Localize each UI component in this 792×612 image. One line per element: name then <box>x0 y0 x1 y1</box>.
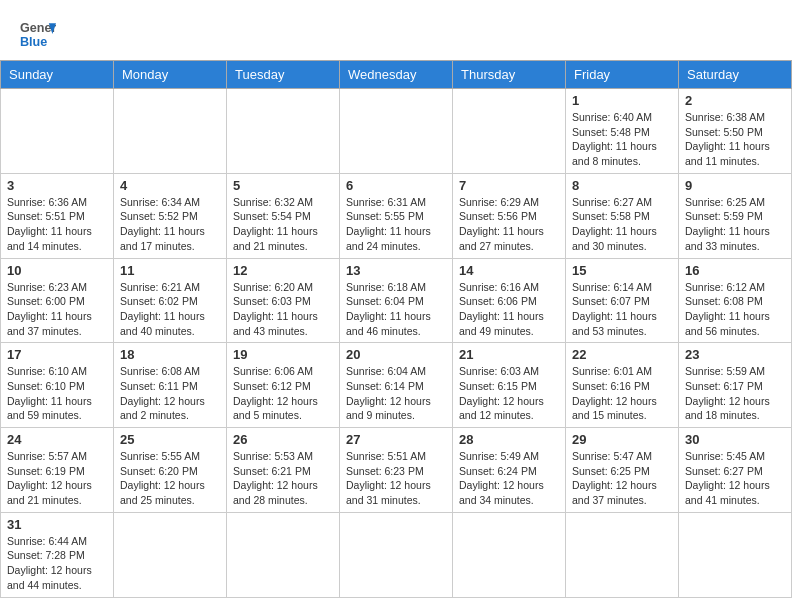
calendar-cell: 15Sunrise: 6:14 AM Sunset: 6:07 PM Dayli… <box>566 258 679 343</box>
calendar-cell: 4Sunrise: 6:34 AM Sunset: 5:52 PM Daylig… <box>114 173 227 258</box>
weekday-header-monday: Monday <box>114 61 227 89</box>
logo: General Blue <box>20 16 56 52</box>
calendar-cell: 9Sunrise: 6:25 AM Sunset: 5:59 PM Daylig… <box>679 173 792 258</box>
weekday-header-thursday: Thursday <box>453 61 566 89</box>
calendar-cell: 7Sunrise: 6:29 AM Sunset: 5:56 PM Daylig… <box>453 173 566 258</box>
day-info: Sunrise: 6:03 AM Sunset: 6:15 PM Dayligh… <box>459 364 559 423</box>
day-info: Sunrise: 6:20 AM Sunset: 6:03 PM Dayligh… <box>233 280 333 339</box>
day-number: 20 <box>346 347 446 362</box>
day-number: 22 <box>572 347 672 362</box>
day-info: Sunrise: 6:12 AM Sunset: 6:08 PM Dayligh… <box>685 280 785 339</box>
day-info: Sunrise: 6:38 AM Sunset: 5:50 PM Dayligh… <box>685 110 785 169</box>
day-number: 6 <box>346 178 446 193</box>
day-info: Sunrise: 6:01 AM Sunset: 6:16 PM Dayligh… <box>572 364 672 423</box>
day-info: Sunrise: 5:55 AM Sunset: 6:20 PM Dayligh… <box>120 449 220 508</box>
day-info: Sunrise: 6:34 AM Sunset: 5:52 PM Dayligh… <box>120 195 220 254</box>
day-info: Sunrise: 6:29 AM Sunset: 5:56 PM Dayligh… <box>459 195 559 254</box>
calendar-cell <box>453 89 566 174</box>
calendar-cell: 25Sunrise: 5:55 AM Sunset: 6:20 PM Dayli… <box>114 428 227 513</box>
day-number: 4 <box>120 178 220 193</box>
day-number: 26 <box>233 432 333 447</box>
week-row-3: 10Sunrise: 6:23 AM Sunset: 6:00 PM Dayli… <box>1 258 792 343</box>
week-row-5: 24Sunrise: 5:57 AM Sunset: 6:19 PM Dayli… <box>1 428 792 513</box>
calendar-cell <box>227 512 340 597</box>
calendar-cell <box>114 89 227 174</box>
day-info: Sunrise: 5:49 AM Sunset: 6:24 PM Dayligh… <box>459 449 559 508</box>
calendar-cell <box>340 512 453 597</box>
day-number: 3 <box>7 178 107 193</box>
generalblue-logo-icon: General Blue <box>20 16 56 52</box>
day-number: 17 <box>7 347 107 362</box>
calendar-cell <box>340 89 453 174</box>
week-row-1: 1Sunrise: 6:40 AM Sunset: 5:48 PM Daylig… <box>1 89 792 174</box>
week-row-2: 3Sunrise: 6:36 AM Sunset: 5:51 PM Daylig… <box>1 173 792 258</box>
day-number: 9 <box>685 178 785 193</box>
calendar-cell <box>453 512 566 597</box>
day-number: 19 <box>233 347 333 362</box>
calendar-cell: 20Sunrise: 6:04 AM Sunset: 6:14 PM Dayli… <box>340 343 453 428</box>
calendar-cell <box>114 512 227 597</box>
calendar-cell: 24Sunrise: 5:57 AM Sunset: 6:19 PM Dayli… <box>1 428 114 513</box>
calendar-cell <box>1 89 114 174</box>
day-info: Sunrise: 6:36 AM Sunset: 5:51 PM Dayligh… <box>7 195 107 254</box>
day-number: 31 <box>7 517 107 532</box>
day-number: 23 <box>685 347 785 362</box>
day-info: Sunrise: 6:31 AM Sunset: 5:55 PM Dayligh… <box>346 195 446 254</box>
calendar-cell <box>227 89 340 174</box>
calendar-cell: 12Sunrise: 6:20 AM Sunset: 6:03 PM Dayli… <box>227 258 340 343</box>
day-number: 14 <box>459 263 559 278</box>
calendar-cell: 16Sunrise: 6:12 AM Sunset: 6:08 PM Dayli… <box>679 258 792 343</box>
calendar-cell: 3Sunrise: 6:36 AM Sunset: 5:51 PM Daylig… <box>1 173 114 258</box>
day-info: Sunrise: 6:18 AM Sunset: 6:04 PM Dayligh… <box>346 280 446 339</box>
day-info: Sunrise: 5:51 AM Sunset: 6:23 PM Dayligh… <box>346 449 446 508</box>
calendar-cell: 11Sunrise: 6:21 AM Sunset: 6:02 PM Dayli… <box>114 258 227 343</box>
calendar-cell: 18Sunrise: 6:08 AM Sunset: 6:11 PM Dayli… <box>114 343 227 428</box>
calendar-cell: 1Sunrise: 6:40 AM Sunset: 5:48 PM Daylig… <box>566 89 679 174</box>
day-info: Sunrise: 5:53 AM Sunset: 6:21 PM Dayligh… <box>233 449 333 508</box>
calendar-cell: 22Sunrise: 6:01 AM Sunset: 6:16 PM Dayli… <box>566 343 679 428</box>
day-info: Sunrise: 6:44 AM Sunset: 7:28 PM Dayligh… <box>7 534 107 593</box>
day-number: 29 <box>572 432 672 447</box>
calendar-cell: 27Sunrise: 5:51 AM Sunset: 6:23 PM Dayli… <box>340 428 453 513</box>
day-number: 25 <box>120 432 220 447</box>
calendar-cell: 6Sunrise: 6:31 AM Sunset: 5:55 PM Daylig… <box>340 173 453 258</box>
weekday-header-friday: Friday <box>566 61 679 89</box>
header: General Blue <box>0 0 792 60</box>
weekday-header-wednesday: Wednesday <box>340 61 453 89</box>
day-number: 2 <box>685 93 785 108</box>
day-number: 5 <box>233 178 333 193</box>
calendar-cell: 26Sunrise: 5:53 AM Sunset: 6:21 PM Dayli… <box>227 428 340 513</box>
calendar-cell: 28Sunrise: 5:49 AM Sunset: 6:24 PM Dayli… <box>453 428 566 513</box>
day-number: 7 <box>459 178 559 193</box>
weekday-header-row: SundayMondayTuesdayWednesdayThursdayFrid… <box>1 61 792 89</box>
calendar-cell: 23Sunrise: 5:59 AM Sunset: 6:17 PM Dayli… <box>679 343 792 428</box>
day-number: 10 <box>7 263 107 278</box>
day-number: 21 <box>459 347 559 362</box>
calendar-cell: 10Sunrise: 6:23 AM Sunset: 6:00 PM Dayli… <box>1 258 114 343</box>
day-info: Sunrise: 6:16 AM Sunset: 6:06 PM Dayligh… <box>459 280 559 339</box>
day-info: Sunrise: 6:14 AM Sunset: 6:07 PM Dayligh… <box>572 280 672 339</box>
calendar-cell: 31Sunrise: 6:44 AM Sunset: 7:28 PM Dayli… <box>1 512 114 597</box>
calendar-cell: 8Sunrise: 6:27 AM Sunset: 5:58 PM Daylig… <box>566 173 679 258</box>
day-info: Sunrise: 6:08 AM Sunset: 6:11 PM Dayligh… <box>120 364 220 423</box>
day-info: Sunrise: 6:40 AM Sunset: 5:48 PM Dayligh… <box>572 110 672 169</box>
day-info: Sunrise: 5:57 AM Sunset: 6:19 PM Dayligh… <box>7 449 107 508</box>
day-info: Sunrise: 6:06 AM Sunset: 6:12 PM Dayligh… <box>233 364 333 423</box>
calendar-cell: 21Sunrise: 6:03 AM Sunset: 6:15 PM Dayli… <box>453 343 566 428</box>
day-info: Sunrise: 6:10 AM Sunset: 6:10 PM Dayligh… <box>7 364 107 423</box>
day-number: 1 <box>572 93 672 108</box>
weekday-header-tuesday: Tuesday <box>227 61 340 89</box>
calendar-cell: 29Sunrise: 5:47 AM Sunset: 6:25 PM Dayli… <box>566 428 679 513</box>
week-row-6: 31Sunrise: 6:44 AM Sunset: 7:28 PM Dayli… <box>1 512 792 597</box>
calendar-cell: 13Sunrise: 6:18 AM Sunset: 6:04 PM Dayli… <box>340 258 453 343</box>
calendar-cell: 2Sunrise: 6:38 AM Sunset: 5:50 PM Daylig… <box>679 89 792 174</box>
day-number: 24 <box>7 432 107 447</box>
day-number: 11 <box>120 263 220 278</box>
day-number: 27 <box>346 432 446 447</box>
weekday-header-saturday: Saturday <box>679 61 792 89</box>
calendar-cell: 5Sunrise: 6:32 AM Sunset: 5:54 PM Daylig… <box>227 173 340 258</box>
svg-text:Blue: Blue <box>20 35 47 49</box>
calendar-cell: 19Sunrise: 6:06 AM Sunset: 6:12 PM Dayli… <box>227 343 340 428</box>
day-info: Sunrise: 6:21 AM Sunset: 6:02 PM Dayligh… <box>120 280 220 339</box>
calendar-cell: 14Sunrise: 6:16 AM Sunset: 6:06 PM Dayli… <box>453 258 566 343</box>
